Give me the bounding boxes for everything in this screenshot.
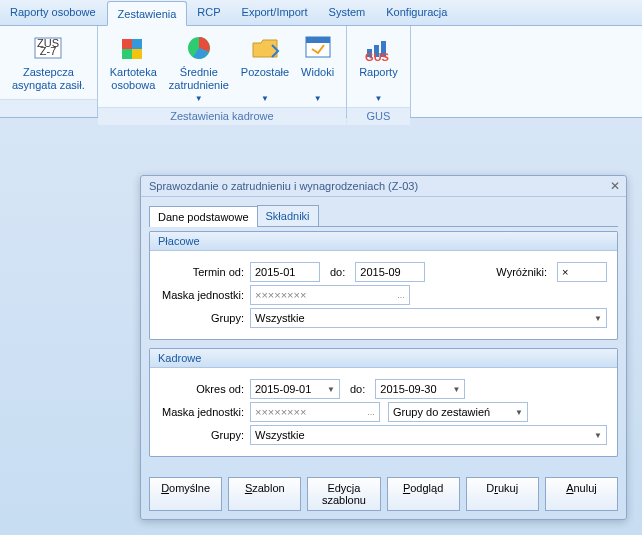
btn-kartoteka[interactable]: Kartoteka osobowa [104,30,163,107]
btn-pozostale[interactable]: Pozostałe▼ [235,30,295,107]
svg-rect-6 [132,49,142,59]
panel-head-kadrowe: Kadrowe [150,348,617,368]
lbl-maska: Maska jednostki: [160,289,250,301]
tab-rcp[interactable]: RCP [187,0,231,25]
select-grupy-do[interactable]: Grupy do zestawień▼ [388,402,528,422]
btn-edycja[interactable]: Edycja szablonu [307,477,380,511]
lbl-wyrozniki: Wyróżniki: [486,266,557,278]
chevron-down-icon: ▼ [314,92,322,105]
ribbon: ZUSZ-7 Zastepcza asyngata zasił. Kartote… [0,26,642,118]
lbl-grupy: Grupy: [160,312,250,324]
lbl-do-k: do: [340,383,375,395]
chevron-down-icon: ▼ [594,314,602,323]
window-icon [302,32,334,64]
chevron-down-icon: ▼ [374,92,382,105]
svg-rect-3 [122,39,132,49]
svg-rect-4 [132,39,142,49]
tab-zestawienia[interactable]: Zestawienia [107,1,188,26]
zus-icon: ZUSZ-7 [32,32,64,64]
chevron-down-icon: ▼ [327,385,335,394]
tab-skladniki[interactable]: Składniki [257,205,319,226]
btn-asyngata[interactable]: ZUSZ-7 Zastepcza asyngata zasił. [6,30,91,94]
svg-text:Z-7: Z-7 [40,45,57,57]
input-termin-od[interactable] [250,262,320,282]
lbl-termin-od: Termin od: [160,266,250,278]
btn-widoki[interactable]: Widoki▼ [295,30,340,107]
group-label-gus: GUS [347,107,410,125]
btn-podglad[interactable]: Podgląd [387,477,460,511]
tab-raporty[interactable]: Raporty osobowe [0,0,107,25]
dialog-tabs: Dane podstawowe Składniki [149,205,618,227]
input-termin-do[interactable] [355,262,425,282]
folder-icon [249,32,281,64]
btn-raporty-gus[interactable]: GUS Raporty▼ [353,30,404,107]
lbl-maska-k: Maska jednostki: [160,406,250,418]
svg-rect-9 [306,37,330,43]
tab-system[interactable]: System [319,0,377,25]
close-icon[interactable]: ✕ [610,179,620,193]
btn-domyslne[interactable]: Domyślne [149,477,222,511]
svg-text:GUS: GUS [365,51,389,61]
lbl-do: do: [320,266,355,278]
input-wyrozniki[interactable] [557,262,607,282]
input-okres-od[interactable]: 2015-09-01▼ [250,379,340,399]
input-maska-kadrowe[interactable]: ××××××××… [250,402,380,422]
select-grupy-kadrowe[interactable]: Wszystkie▼ [250,425,607,445]
lbl-okres-od: Okres od: [160,383,250,395]
panel-head-placowe: Płacowe [150,231,617,251]
button-row: Domyślne Szablon Edycja szablonu Podgląd… [141,473,626,519]
svg-rect-5 [122,49,132,59]
input-maska-placowe[interactable]: ××××××××… [250,285,410,305]
group-label-kadrowe: Zestawienia kadrowe [98,107,346,125]
ribbon-group-2: Kartoteka osobowa Średnie zatrudnienie▼ … [98,26,347,117]
panel-placowe: Płacowe Termin od: do: Wyróżniki: Maska … [149,231,618,340]
tab-export[interactable]: Export/Import [232,0,319,25]
modal-title: Sprawozdanie o zatrudnieniu i wynagrodze… [141,176,626,197]
btn-szablon[interactable]: Szablon [228,477,301,511]
ribbon-group-3: GUS Raporty▼ GUS [347,26,411,117]
panel-kadrowe: Kadrowe Okres od: 2015-09-01▼ do: 2015-0… [149,348,618,457]
chevron-down-icon: ▼ [515,408,523,417]
pie-icon [183,32,215,64]
select-grupy-placowe[interactable]: Wszystkie▼ [250,308,607,328]
btn-anuluj[interactable]: Anuluj [545,477,618,511]
chevron-down-icon: ▼ [594,431,602,440]
chevron-down-icon: ▼ [195,92,203,105]
modal-sprawozdanie: Sprawozdanie o zatrudnieniu i wynagrodze… [140,175,627,520]
chevron-down-icon: ▼ [261,92,269,105]
input-okres-do[interactable]: 2015-09-30▼ [375,379,465,399]
ribbon-group-1: ZUSZ-7 Zastepcza asyngata zasił. [0,26,98,117]
btn-srednie[interactable]: Średnie zatrudnienie▼ [163,30,235,107]
btn-drukuj[interactable]: Drukuj [466,477,539,511]
puzzle-icon [117,32,149,64]
gus-icon: GUS [362,32,394,64]
tab-konfig[interactable]: Konfiguracja [376,0,458,25]
lbl-grupy-k: Grupy: [160,429,250,441]
tab-dane-podstawowe[interactable]: Dane podstawowe [149,206,258,227]
chevron-down-icon: ▼ [452,385,460,394]
menu-tabs: Raporty osobowe Zestawienia RCP Export/I… [0,0,642,26]
